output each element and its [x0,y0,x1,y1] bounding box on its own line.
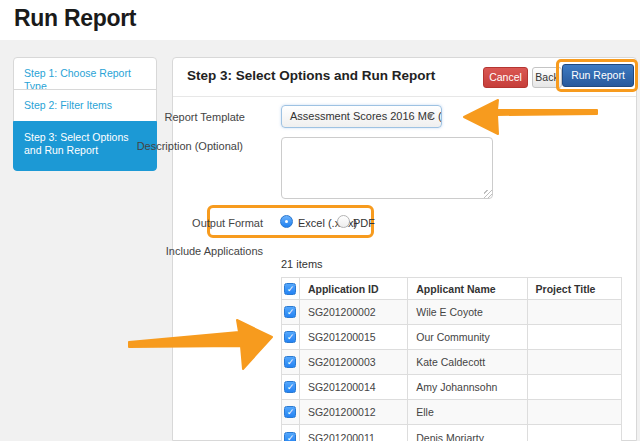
cell-project-title [528,350,621,374]
cell-application-id: SG201200003 [300,350,408,374]
table-row: ✓ SG201200012 Elle [282,400,621,425]
table-row: ✓ SG201200003 Kate Caldecott [282,350,621,375]
sidebar-item-step1[interactable]: Step 1: Choose Report Type [13,57,157,90]
table-row: ✓ SG201200011 Denis Moriarty [282,425,621,441]
row-checkbox[interactable]: ✓ [284,432,296,441]
cell-applicant-name: Elle [408,400,527,424]
cell-applicant-name: Denis Moriarty [408,425,527,441]
output-format-label: Output Format [133,217,263,229]
cell-project-title [528,325,621,349]
run-report-page: Run Report Step 1: Choose Report Type St… [0,0,640,441]
cell-project-title [528,375,621,399]
run-report-button[interactable]: Run Report [562,64,634,87]
row-checkbox[interactable]: ✓ [284,406,296,418]
radio-excel[interactable] [280,215,293,228]
description-label: Description (Optional) [113,140,243,152]
resize-handle-icon[interactable] [484,190,492,198]
radio-pdf[interactable] [337,215,350,228]
cell-applicant-name: Amy Johannsohn [408,375,527,399]
report-template-label: Report Template [115,111,245,123]
cell-project-title [528,300,621,324]
include-applications-label: Include Applications [133,245,263,257]
report-template-selected-value: Assessment Scores 2016 MC (.xlsx) [290,110,442,122]
cancel-button[interactable]: Cancel [483,67,528,88]
table-header-row: ✓ Application ID Applicant Name Project … [282,278,621,300]
table-row: ✓ SG201200014 Amy Johannsohn [282,375,621,400]
panel-heading-divider [173,96,636,97]
row-checkbox[interactable]: ✓ [284,331,296,343]
cell-application-id: SG201200012 [300,400,408,424]
cell-applicant-name: Kate Caldecott [408,350,527,374]
cell-project-title [528,400,621,424]
cell-application-id: SG201200011 [300,425,408,441]
cell-application-id: SG201200014 [300,375,408,399]
select-all-checkbox[interactable]: ✓ [284,283,296,295]
cell-applicant-name: Wile E Coyote [408,300,527,324]
row-checkbox[interactable]: ✓ [284,381,296,393]
table-row: ✓ SG201200002 Wile E Coyote [282,300,621,325]
table-row: ✓ SG201200015 Our Community [282,325,621,350]
row-checkbox[interactable]: ✓ [284,356,296,368]
radio-pdf-label[interactable]: PDF [353,217,375,229]
description-textarea[interactable] [281,137,493,199]
cell-applicant-name: Our Community [408,325,527,349]
report-template-select[interactable]: Assessment Scores 2016 MC (.xlsx) ▼ [281,105,442,128]
items-count: 21 items [281,258,323,270]
cell-application-id: SG201200015 [300,325,408,349]
cell-project-title [528,425,621,441]
page-title: Run Report [14,5,136,32]
panel-heading: Step 3: Select Options and Run Report [187,68,435,83]
header-project-title: Project Title [528,278,621,299]
header-applicant-name: Applicant Name [408,278,527,299]
cell-application-id: SG201200002 [300,300,408,324]
caret-down-icon: ▼ [426,106,435,127]
row-checkbox[interactable]: ✓ [284,306,296,318]
applications-table: ✓ Application ID Applicant Name Project … [281,277,622,441]
header-application-id: Application ID [300,278,408,299]
